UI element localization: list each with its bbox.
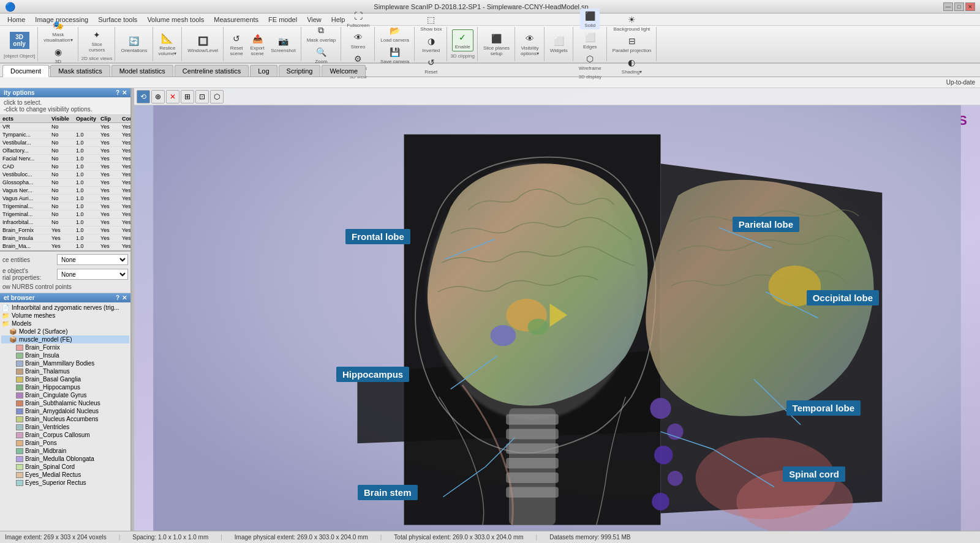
export-scene-button[interactable]: 📤 Exportscene [247, 31, 267, 58]
3d-only-button[interactable]: 3Donly [6, 29, 33, 51]
menu-item-measurements[interactable]: Measurements [209, 15, 263, 24]
tree-item[interactable]: Brain_Corpus Callosum [1, 431, 129, 439]
vis-row[interactable]: VRNoYesYes [0, 123, 130, 131]
tree-item[interactable]: Brain_Fornix [1, 343, 129, 351]
vis-row[interactable]: Olfactory...No1.0YesYes [0, 147, 130, 155]
mask-vis-button[interactable]: 🎭 Maskvisualisation▾ [41, 18, 75, 44]
vis-row[interactable]: Brain_InsulaYes1.0YesYes [0, 234, 130, 242]
vis-row[interactable]: Facial Nerv...No1.0YesYes [0, 155, 130, 163]
tab-centreline-statistics[interactable]: Centreline statistics [175, 65, 249, 77]
asset-browser-close[interactable]: ✕ [122, 294, 127, 301]
vis-table-container[interactable]: ects Visible Opacity Clip Contours VRNoY… [0, 115, 130, 250]
tree-item[interactable]: 📦Model 2 (Surface) [1, 328, 129, 335]
vis-panel-close[interactable]: ✕ [122, 89, 127, 96]
inverted-button[interactable]: ◑ Inverted [420, 34, 442, 54]
screenshot-button[interactable]: 📷 Screenshot [268, 34, 298, 54]
maximize-button[interactable]: □ [954, 2, 964, 11]
widgets-button[interactable]: ⬜ Widgets [548, 34, 570, 54]
tree-item[interactable]: Brain_Hippocampus [1, 383, 129, 391]
edges-button[interactable]: ⬜ Edges [580, 30, 600, 51]
vis-row[interactable]: Glossopha...No1.0YesYes [0, 179, 130, 187]
viewport[interactable]: ⟲ ⊕ ✕ ⊞ ⊡ ⬡ SYNOPSYS [134, 88, 980, 531]
slice-planes-button[interactable]: ⬛ Slice planessetup [481, 31, 512, 58]
asset-browser-help[interactable]: ? [116, 294, 119, 301]
vis-row[interactable]: Vestibular...No1.0YesYes [0, 139, 130, 147]
tree-item[interactable]: Brain_Insula [1, 351, 129, 359]
vis-row[interactable]: Vestibuloc...No1.0YesYes [0, 171, 130, 179]
tree-item[interactable]: Brain_Pons [1, 439, 129, 447]
save-camera-button[interactable]: 💾 Save camera [378, 45, 412, 66]
show-box-button[interactable]: ⬚ Show box [418, 12, 444, 33]
tab-scripting[interactable]: Scripting [279, 65, 321, 77]
tree-item[interactable]: 📁Models [1, 320, 129, 328]
vp-pan-btn[interactable]: ⊕ [151, 90, 165, 103]
fullscreen-button[interactable]: ⛶ Fullscreen [344, 9, 372, 29]
load-camera-button[interactable]: 📂 Load camera [378, 23, 412, 44]
material-select[interactable]: None [57, 269, 128, 280]
tree-item[interactable]: Brain_Midbrain [1, 447, 129, 455]
menu-item-volumemeshtools[interactable]: Volume mesh tools [142, 15, 209, 24]
vis-row[interactable]: Trigeminal...No1.0YesYes [0, 203, 130, 211]
shading-button[interactable]: ◐ Shading▾ [619, 55, 644, 76]
enable-button[interactable]: ✓ Enable [452, 29, 473, 51]
mask-overlap-button[interactable]: ⧉ Mask overlap [304, 23, 339, 44]
surface-entities-select[interactable]: None [57, 254, 128, 265]
vis-row[interactable]: CADNo1.0YesYes [0, 163, 130, 171]
tree-item[interactable]: Brain_Cingulate Gyrus [1, 391, 129, 399]
tree-item[interactable]: Brain_Amygdaloid Nucleus [1, 407, 129, 415]
vis-row[interactable]: Trigeminal...No1.0YesYes [0, 211, 130, 219]
vp-frame-btn[interactable]: ⊡ [195, 90, 209, 103]
tree-item[interactable]: Brain_Subthalamic Nucleus [1, 399, 129, 407]
parallel-proj-button[interactable]: ⊟ Parallel projection [610, 34, 654, 54]
vis-row[interactable]: Brain_FornixYes1.0YesYes [0, 227, 130, 234]
vp-rotate-btn[interactable]: ⟲ [137, 90, 150, 103]
wireframe-button[interactable]: ⬡ Wireframe [576, 51, 604, 72]
tree-item[interactable]: Eyes_Medial Rectus [1, 471, 129, 479]
window-controls[interactable]: — □ ✕ [943, 2, 975, 11]
vis-row[interactable]: Infraorbital...No1.0YesYes [0, 219, 130, 227]
vp-wire-btn[interactable]: ⬡ [210, 90, 224, 103]
tree-item[interactable]: Brain_Spinal Cord [1, 463, 129, 471]
tab-mask-statistics[interactable]: Mask statistics [50, 65, 110, 77]
vp-grid-btn[interactable]: ⊞ [181, 90, 194, 103]
tree-item[interactable]: 📄Infraorbital and zygomatic nerves (trig… [1, 304, 129, 312]
visibility-options-button[interactable]: 👁 Visibilityoptions▾ [518, 31, 541, 58]
menu-item-femodel[interactable]: FE model [263, 15, 302, 24]
tab-welcome[interactable]: Welcome [322, 65, 366, 77]
tab-model-statistics[interactable]: Model statistics [111, 65, 173, 77]
reset-button[interactable]: ↺ Reset [421, 55, 441, 76]
minimize-button[interactable]: — [943, 2, 953, 11]
orientations-button[interactable]: 🔄 Orientations [118, 34, 149, 54]
tree-item[interactable]: Brain_Medulla Oblongata [1, 455, 129, 463]
tree-item[interactable]: Brain_Thalamus [1, 367, 129, 375]
tree-item[interactable]: 📦muscle_model (FE) [1, 335, 129, 343]
close-button[interactable]: ✕ [965, 2, 975, 11]
tab-document[interactable]: Document [2, 65, 49, 77]
tree-item[interactable]: Eyes_Superior Rectus [1, 479, 129, 487]
solid-button[interactable]: ⬛ Solid [580, 9, 600, 29]
bg-light-button[interactable]: ☀ Background light [611, 12, 653, 33]
reslice-button[interactable]: 📐 Reslicevolume▾ [156, 31, 179, 58]
vis-row[interactable]: Tympanic...No1.0YesYes [0, 131, 130, 139]
window-level-button[interactable]: 🔲 Window/Level [185, 34, 221, 54]
tree-item[interactable]: Brain_Mammillary Bodies [1, 359, 129, 367]
vp-close-btn[interactable]: ✕ [166, 90, 179, 103]
vis-row[interactable]: Vagus Auri...No1.0YesYes [0, 195, 130, 203]
vis-row[interactable]: Vagus Ner...No1.0YesYes [0, 187, 130, 195]
vis-panel-help[interactable]: ? [116, 89, 119, 96]
svg-rect-12 [506, 443, 559, 454]
slice-cursors-button[interactable]: ✦ Slicecursors [86, 28, 107, 54]
zoom-button[interactable]: 🔍 Zoom [311, 45, 331, 66]
tree-item-label: Brain_Corpus Callosum [25, 432, 90, 438]
svg-point-7 [527, 318, 548, 335]
menu-item-home[interactable]: Home [2, 15, 30, 24]
tree-item[interactable]: Brain_Ventricles [1, 423, 129, 431]
tree-item[interactable]: 📁Volume meshes [1, 312, 129, 320]
vis-row[interactable]: Brain_Ma...Yes1.0YesYes [0, 242, 130, 250]
tree-item[interactable]: Brain_Nucleus Accumbens [1, 415, 129, 423]
stereo-button[interactable]: 👁 Stereo [349, 30, 368, 51]
menu-item-surfacetools[interactable]: Surface tools [93, 15, 142, 24]
tree-item[interactable]: Brain_Basal Ganglia [1, 375, 129, 383]
reset-scene-button[interactable]: ↺ Resetscene [227, 31, 246, 58]
tab-log[interactable]: Log [250, 65, 277, 77]
